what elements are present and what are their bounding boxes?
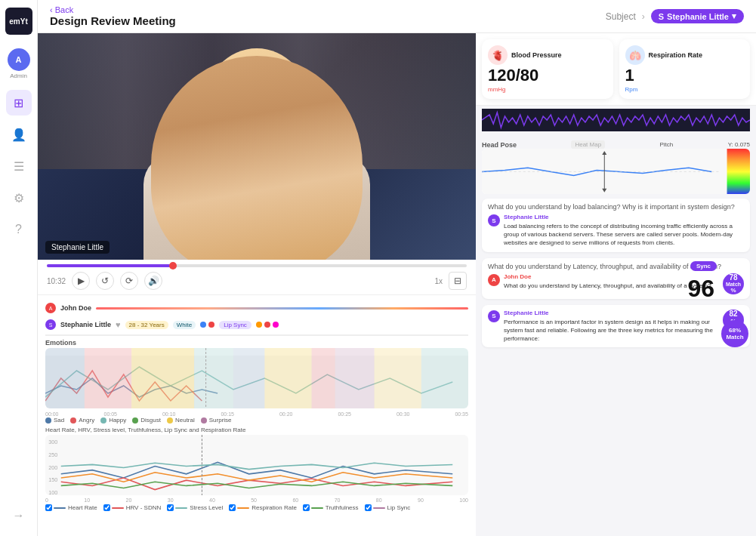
bio-unit-resp: Rpm — [625, 86, 745, 93]
heart-small-icon: ♥ — [116, 320, 121, 329]
person-silhouette — [151, 56, 363, 260]
qa-text-2: What do you understand by Latency, throu… — [504, 282, 719, 290]
hrv-time-axis: 0102030405060708090100 — [45, 497, 468, 503]
qa-question-1: What do you understand by load balancing… — [488, 203, 744, 211]
qa-item-3: S Stephanie Little Performance is an imp… — [482, 305, 750, 348]
back-button[interactable]: ‹ Back — [50, 5, 176, 14]
hrv-legend-resp: Respiration Rate — [229, 504, 297, 511]
participant-waveform-johndoe — [96, 307, 468, 310]
emotion-dot-3 — [256, 322, 262, 328]
svg-rect-10 — [421, 348, 468, 408]
subject-pill[interactable]: S Stephanie Little ▾ — [651, 9, 744, 23]
legend-item-angry: Angry — [70, 417, 94, 424]
timeline-progress — [47, 264, 173, 267]
subject-initial: S — [659, 12, 664, 21]
svg-rect-7 — [312, 348, 335, 408]
qa-item-1: What do you understand by load balancing… — [482, 199, 750, 252]
legend-item-happy: Happy — [100, 417, 126, 424]
svg-rect-8 — [335, 348, 375, 408]
bio-card-header-bp: 🫀 Blood Pressure — [488, 45, 607, 65]
svg-rect-6 — [264, 348, 311, 408]
qa-text-1: Load balancing refers to the concept of … — [504, 222, 744, 248]
svg-rect-5 — [233, 348, 264, 408]
back-chevron-icon: ‹ — [50, 5, 53, 14]
hrv-line-heartrate — [54, 507, 66, 509]
hrv-legend-heartrate: Heart Rate — [45, 504, 97, 511]
back-label: Back — [55, 5, 73, 14]
logout-icon[interactable]: → — [6, 503, 32, 528]
right-panel: 🫀 Blood Pressure 120/80 mmHg 🫁 Respirati… — [476, 33, 756, 536]
hrv-label: Heart Rate, HRV, Stress level, Truthfuln… — [45, 427, 468, 433]
speed-control[interactable]: 1x — [434, 277, 443, 285]
video-controls: 10:32 ▶ ↺ ⟳ 🔊 1x ⊟ — [38, 260, 476, 295]
sidebar-icon-list[interactable]: ☰ — [6, 153, 32, 179]
timeline-thumb[interactable] — [169, 262, 177, 270]
svg-rect-2 — [85, 348, 131, 408]
qa-speaker-1: Stephanie Little — [504, 214, 744, 220]
hrv-check-hrv[interactable] — [103, 504, 110, 511]
volume-button[interactable]: 🔊 — [144, 272, 162, 290]
qa-answer-content-3: Stephanie Little Performance is an impor… — [504, 310, 719, 343]
timeline-bar[interactable] — [47, 264, 467, 267]
hrv-check-truth[interactable] — [303, 504, 310, 511]
sidebar-icon-grid[interactable]: ⊞ — [6, 90, 32, 116]
participant-meta-stephanie: ♥ 28 - 32 Years White Lip Sync — [116, 320, 279, 329]
subject-label: Subject — [606, 11, 636, 22]
sidebar-icon-settings[interactable]: ⚙ — [6, 185, 32, 211]
hrv-check-lipsync[interactable] — [365, 504, 372, 511]
hrv-line-stress — [175, 507, 187, 509]
svg-rect-9 — [375, 348, 421, 408]
sidebar-user: A Admin — [8, 48, 30, 79]
hrv-check-heartrate[interactable] — [45, 504, 52, 511]
participant-row-johndoe: A John Doe — [45, 301, 468, 315]
legend-label-neutral: Neutral — [175, 417, 195, 424]
sidebar-icon-help[interactable]: ? — [6, 217, 32, 242]
hrv-legend-label-heartrate: Heart Rate — [68, 504, 97, 511]
match-label-2: Match — [726, 325, 741, 330]
hrv-check-resp[interactable] — [229, 504, 236, 511]
emotion-dot-1 — [200, 322, 206, 328]
svg-text:300: 300 — [48, 439, 57, 445]
y-value: Y: 0.075 — [728, 141, 750, 148]
headpose-chart — [482, 149, 750, 194]
biometric-top-row: 🫀 Blood Pressure 120/80 mmHg 🫁 Respirati… — [476, 33, 756, 106]
subject-chevron-icon: ▾ — [732, 11, 736, 21]
bio-value-resp: 1 — [625, 67, 745, 84]
qa-answer-content-2: John Doe What do you understand by Laten… — [504, 273, 719, 294]
legend-item-sad: Sad — [45, 417, 64, 424]
legend-label-happy: Happy — [109, 417, 126, 424]
forward-button[interactable]: ⟳ — [120, 272, 138, 290]
qa-speaker-2: John Doe — [504, 273, 719, 280]
qa-avatar-stephanie-2: S — [488, 310, 500, 322]
emotion-dots-2 — [256, 322, 279, 328]
play-button[interactable]: ▶ — [72, 272, 90, 290]
hrv-legend-stress: Stress Level — [167, 504, 223, 511]
legend-label-sad: Sad — [54, 417, 64, 424]
split-button[interactable]: ⊟ — [449, 272, 467, 290]
bio-unit-bp: mmHg — [488, 86, 607, 93]
page-title: Design Review Meeting — [50, 14, 176, 27]
legend-label-surprise: Surprise — [209, 417, 232, 424]
qa-speaker-3: Stephanie Little — [504, 310, 719, 316]
match-pct-2: 82 — [729, 310, 737, 318]
legend-dot-sad — [45, 417, 51, 424]
headpose-header: Head Pose Heat Map Pitch Y: 0.075 — [482, 140, 750, 149]
rewind-button[interactable]: ↺ — [96, 272, 114, 290]
svg-rect-1 — [45, 348, 85, 408]
svg-text:100: 100 — [48, 489, 57, 495]
emotion-dot-2 — [208, 322, 214, 328]
hrv-legend-label-truth: Truthfulness — [326, 504, 359, 511]
emotion-legend: Sad Angry Happy Disgust — [45, 417, 468, 424]
legend-item-surprise: Surprise — [201, 417, 232, 424]
hrv-legend-truth: Truthfulness — [303, 504, 359, 511]
header: ‹ Back Design Review Meeting Subject › S… — [38, 0, 756, 33]
participant-row-stephanie: S Stephanie Little ♥ 28 - 32 Years White… — [45, 318, 468, 331]
sidebar-icon-users[interactable]: 👤 — [6, 122, 32, 147]
biometric-card-respiration-sm: 🫁 Respiration Rate 1 Rpm — [619, 39, 751, 99]
emotion-time-axis: 00:0000:0500:1000:1500:2000:2500:3000:35 — [45, 411, 468, 417]
participant-name-stephanie: Stephanie Little — [60, 321, 111, 328]
hrv-legend-label-lipsync: Lip Sync — [387, 504, 411, 511]
emotion-dots — [200, 322, 214, 328]
header-right: Subject › S Stephanie Little ▾ — [606, 9, 744, 23]
hrv-check-stress[interactable] — [167, 504, 174, 511]
